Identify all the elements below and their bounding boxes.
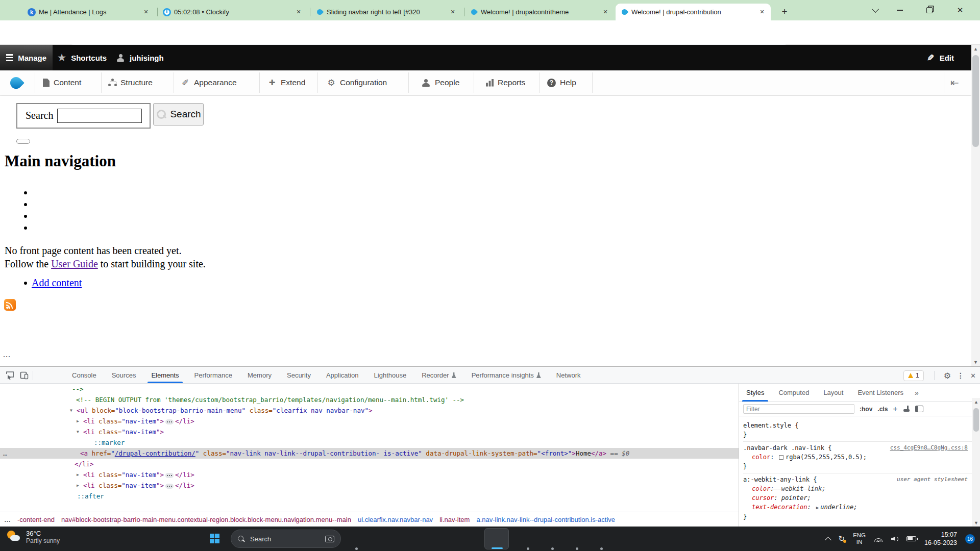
sidebar-tab-computed[interactable]: Computed [771, 384, 816, 402]
admin-menu-item-reports[interactable]: Reports [486, 70, 525, 95]
tree-expander-icon[interactable]: ▼ [70, 405, 72, 416]
clock[interactable]: 15:07 16-05-2023 [924, 531, 957, 547]
css-property[interactable]: text-decoration: ▶underline; [743, 503, 972, 512]
admin-menu-item-configuration[interactable]: Configuration [327, 70, 387, 95]
breadcrumb-item[interactable]: li.nav-item [439, 516, 470, 523]
taskbar-search[interactable]: Search [231, 530, 341, 548]
search-input[interactable] [57, 109, 142, 123]
tab-search-chevron-icon[interactable] [865, 0, 886, 20]
console-warning-badge[interactable]: 1 [903, 370, 924, 381]
devtools-tab-performance[interactable]: Performance [187, 367, 240, 383]
sync-pending-icon[interactable] [839, 534, 845, 543]
tab-close-icon[interactable] [601, 8, 609, 16]
tab-close-icon[interactable] [295, 8, 303, 16]
devtools-tab-performance-insights[interactable]: Performance insights [464, 367, 549, 383]
dom-tree-node[interactable]: <!-- BEGIN OUTPUT from 'themes/custom/bo… [0, 394, 739, 405]
dom-tree-node[interactable]: ::marker [0, 437, 739, 448]
breadcrumb-overflow-icon[interactable]: … [4, 516, 11, 523]
devtools-tab-sources[interactable]: Sources [104, 367, 144, 383]
dom-tree-node[interactable]: ▶<li class="nav-item"></li> [0, 416, 739, 427]
dom-tree-node[interactable]: ▶<li class="nav-item"></li> [0, 469, 739, 480]
tree-expander-icon[interactable]: ▶ [77, 480, 79, 491]
admin-menu-item-structure[interactable]: Structure [108, 70, 153, 95]
breadcrumb-item[interactable]: ul.clearfix.nav.navbar-nav [358, 516, 433, 523]
more-tabs-icon[interactable]: » [915, 389, 919, 397]
elements-tree[interactable]: --><!-- BEGIN OUTPUT from 'themes/custom… [0, 384, 739, 512]
navbar-toggle-button[interactable] [16, 139, 30, 144]
tree-expander-icon[interactable]: ▼ [77, 427, 79, 437]
color-swatch[interactable] [779, 455, 784, 460]
admin-menu-item-help[interactable]: Help [547, 70, 576, 95]
tree-expander-icon[interactable]: ▶ [77, 416, 79, 427]
toolbar-item-edit[interactable]: Edit [921, 45, 960, 70]
css-source-link[interactable]: css_4cgE9n8…C8gNg.css:8 [890, 443, 968, 453]
new-style-rule-icon[interactable]: + [893, 405, 897, 414]
dom-tree-node[interactable]: ▼<li class="nav-item"> [0, 427, 739, 437]
admin-menu-item-people[interactable]: People [422, 70, 459, 95]
admin-menu-item-content[interactable]: Content [43, 70, 81, 95]
dom-tree-node[interactable]: </li> [0, 459, 739, 469]
css-property[interactable]: cursor: pointer; [743, 493, 972, 503]
paintbrush-icon[interactable] [903, 406, 910, 413]
search-button[interactable]: Search [153, 103, 204, 126]
toolbar-item-shortcuts[interactable]: Shortcuts [52, 45, 113, 70]
devtools-menu-icon[interactable] [957, 371, 964, 380]
hidden-icons-chevron[interactable] [825, 537, 831, 543]
breadcrumb-item[interactable]: nav#block-bootstrap-barrio-main-menu.con… [61, 516, 351, 523]
devtools-close-icon[interactable] [970, 372, 976, 380]
tab-close-icon[interactable] [449, 8, 457, 16]
css-property[interactable]: color: -webkit-link; [743, 484, 972, 493]
devtools-tab-security[interactable]: Security [279, 367, 318, 383]
browser-tab[interactable]: Welcome! | drupalcontritheme [465, 4, 614, 20]
collapsed-content-icon[interactable] [165, 484, 174, 489]
css-rule[interactable]: a:-webkit-any-link {user agent styleshee… [743, 473, 972, 523]
page-scrollbar[interactable]: ▲ ▼ [971, 45, 980, 366]
devtools-tab-lighthouse[interactable]: Lighthouse [366, 367, 414, 383]
devtools-settings-gear-icon[interactable] [944, 371, 951, 381]
wifi-icon[interactable] [874, 536, 883, 542]
toolbar-item-manage[interactable]: Manage [0, 45, 53, 70]
volume-icon[interactable] [891, 536, 898, 542]
window-minimize-button[interactable] [889, 0, 911, 20]
css-rule[interactable]: element.style {} [743, 419, 972, 442]
browser-tab[interactable]: kMe | Attendance | Logs [23, 4, 155, 20]
start-button[interactable] [210, 534, 219, 543]
node-menu-dots-icon[interactable]: … [3, 448, 8, 459]
devtools-tab-application[interactable]: Application [318, 367, 366, 383]
notification-badge[interactable]: 16 [965, 534, 975, 544]
sidebar-tab-styles[interactable]: Styles [739, 384, 771, 402]
menu-collapse-icon[interactable] [950, 77, 959, 89]
weather-widget[interactable]: 36°C Partly sunny [6, 529, 60, 544]
collapsed-content-icon[interactable] [165, 473, 174, 478]
scroll-down-icon[interactable]: ▼ [972, 519, 980, 527]
rss-feed-icon[interactable] [4, 299, 16, 311]
devtools-tab-console[interactable]: Console [64, 367, 104, 383]
drupal-logo-icon[interactable] [7, 74, 24, 92]
admin-menu-item-extend[interactable]: Extend [267, 70, 305, 95]
css-rule[interactable]: .navbar-dark .nav-link {css_4cgE9n8…C8gN… [743, 442, 972, 473]
tab-close-icon[interactable] [142, 8, 150, 16]
device-toolbar-icon[interactable] [19, 371, 29, 380]
browser-tab[interactable]: 05:02:08 • Clockify [158, 4, 307, 20]
dom-tree-node[interactable]: ▼<ul block="block-bootstrap-barrio-main-… [0, 405, 739, 416]
expand-icon[interactable]: ▶ [816, 505, 819, 510]
battery-icon[interactable] [906, 536, 916, 541]
dom-tree-node[interactable]: --> [0, 384, 739, 394]
language-indicator[interactable]: ENG IN [853, 532, 866, 545]
dom-tree-node[interactable]: ::after [0, 491, 739, 502]
toggle-hover-state[interactable]: :hov [860, 406, 872, 413]
new-tab-button[interactable] [778, 5, 791, 18]
collapsed-content-icon[interactable] [165, 419, 174, 424]
add-content-link[interactable]: Add content [32, 277, 82, 289]
devtools-tab-network[interactable]: Network [549, 367, 589, 383]
breadcrumb-item[interactable]: -content-end [17, 516, 55, 523]
scroll-up-icon[interactable]: ▲ [971, 45, 980, 53]
sidebar-layout-icon[interactable] [915, 406, 923, 412]
devtools-tab-recorder[interactable]: Recorder [414, 367, 463, 383]
devtools-tab-elements[interactable]: Elements [143, 367, 186, 383]
admin-menu-item-appearance[interactable]: Appearance [181, 70, 237, 95]
styles-filter-input[interactable] [743, 404, 854, 414]
sidebar-tab-event-listeners[interactable]: Event Listeners [850, 384, 911, 402]
tree-expander-icon[interactable]: ▶ [77, 469, 79, 480]
inspect-element-icon[interactable] [5, 371, 14, 380]
